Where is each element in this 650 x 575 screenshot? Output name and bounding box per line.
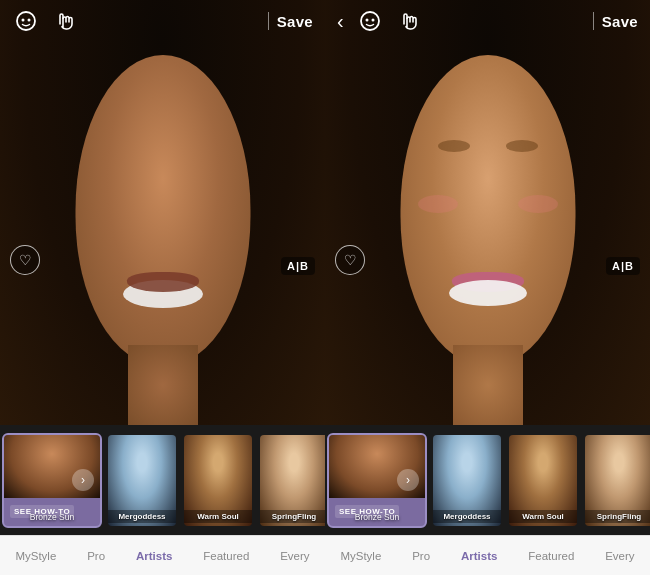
left-nav-tabs: MyStyle Pro Artists Featured Every: [0, 535, 325, 575]
svg-point-1: [22, 19, 25, 22]
left-face-canvas: [0, 0, 325, 425]
left-tab-every[interactable]: Every: [278, 550, 311, 562]
left-hand-icon[interactable]: [52, 7, 80, 35]
left-bronze-sun-label: Bronze Sun: [4, 512, 100, 522]
right-tab-mystyle[interactable]: MyStyle: [338, 550, 383, 562]
left-tab-pro[interactable]: Pro: [85, 550, 107, 562]
right-style-bronze-sun[interactable]: SEE HOW-TO Bronze Sun ›: [327, 433, 427, 528]
left-top-bar-left: [12, 7, 80, 35]
right-warm-soul-label: Warm Soul: [509, 510, 577, 523]
left-mergoddess-label: Mergoddess: [108, 510, 176, 523]
left-top-bar-right: Save: [268, 12, 313, 30]
svg-point-5: [371, 19, 374, 22]
right-tab-artists[interactable]: Artists: [459, 550, 499, 562]
right-face-canvas: [325, 0, 650, 425]
left-style-mergoddess[interactable]: Mergoddess: [106, 433, 178, 528]
right-style-strip: SEE HOW-TO Bronze Sun › Mergoddess Warm …: [325, 425, 650, 535]
left-face-icon[interactable]: [12, 7, 40, 35]
right-hand-icon[interactable]: [396, 7, 424, 35]
left-featured-arrow[interactable]: ›: [72, 469, 94, 491]
right-mergoddess-label: Mergoddess: [433, 510, 501, 523]
left-panel: Save ♡ A|B SEE HOW-TO Bronze Sun › Mergo…: [0, 0, 325, 575]
svg-point-0: [17, 12, 35, 30]
left-tab-mystyle[interactable]: MyStyle: [13, 550, 58, 562]
left-save-button[interactable]: Save: [277, 13, 313, 30]
svg-point-3: [361, 12, 379, 30]
left-style-bronze-sun[interactable]: SEE HOW-TO Bronze Sun ›: [2, 433, 102, 528]
left-style-strip: SEE HOW-TO Bronze Sun › Mergoddess Warm …: [0, 425, 325, 535]
right-save-button[interactable]: Save: [602, 13, 638, 30]
right-panel: ‹ Save: [325, 0, 650, 575]
right-nav-tabs: MyStyle Pro Artists Featured Every: [325, 535, 650, 575]
left-heart-button[interactable]: ♡: [10, 245, 40, 275]
right-spring-fling-label: SpringFling: [585, 510, 650, 523]
svg-point-2: [28, 19, 31, 22]
right-ab-button[interactable]: A|B: [606, 257, 640, 275]
left-tab-artists[interactable]: Artists: [134, 550, 174, 562]
left-divider: [268, 12, 269, 30]
left-style-warm-soul[interactable]: Warm Soul: [182, 433, 254, 528]
right-style-spring-fling[interactable]: SpringFling: [583, 433, 650, 528]
left-top-bar: Save: [0, 0, 325, 42]
left-tab-featured[interactable]: Featured: [201, 550, 251, 562]
right-face-area: ‹ Save: [325, 0, 650, 425]
right-top-bar-left: ‹: [337, 7, 424, 35]
right-back-button[interactable]: ‹: [337, 10, 344, 33]
left-spring-fling-label: SpringFling: [260, 510, 325, 523]
right-face-icon[interactable]: [356, 7, 384, 35]
left-face-area: Save ♡ A|B: [0, 0, 325, 425]
right-style-mergoddess[interactable]: Mergoddess: [431, 433, 503, 528]
right-heart-button[interactable]: ♡: [335, 245, 365, 275]
right-featured-arrow[interactable]: ›: [397, 469, 419, 491]
left-warm-soul-label: Warm Soul: [184, 510, 252, 523]
right-divider: [593, 12, 594, 30]
right-top-bar-right: Save: [593, 12, 638, 30]
right-tab-pro[interactable]: Pro: [410, 550, 432, 562]
left-style-spring-fling[interactable]: SpringFling: [258, 433, 325, 528]
left-ab-button[interactable]: A|B: [281, 257, 315, 275]
right-tab-featured[interactable]: Featured: [526, 550, 576, 562]
right-style-warm-soul[interactable]: Warm Soul: [507, 433, 579, 528]
right-top-bar: ‹ Save: [325, 0, 650, 42]
right-tab-every[interactable]: Every: [603, 550, 636, 562]
right-bronze-sun-label: Bronze Sun: [329, 512, 425, 522]
svg-point-4: [365, 19, 368, 22]
